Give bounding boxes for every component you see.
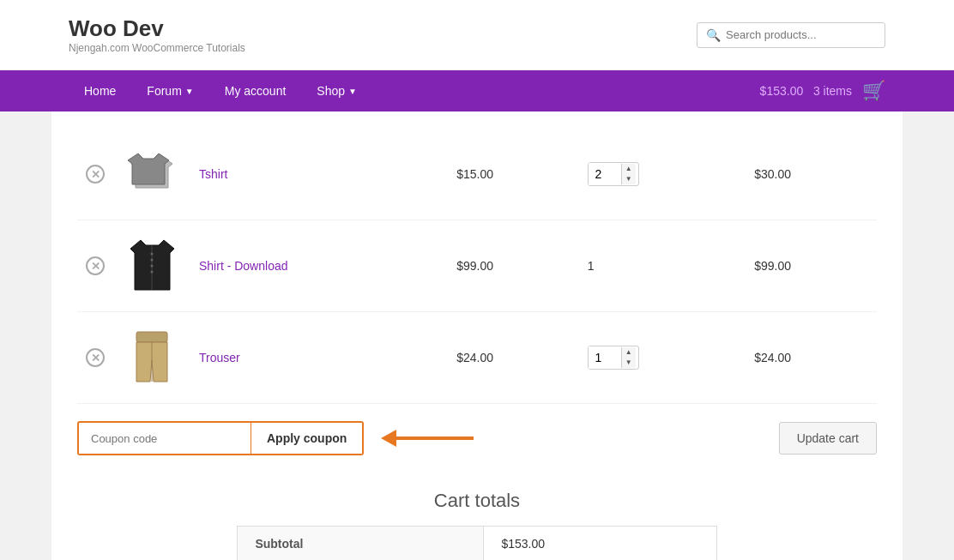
tshirt-qty-field[interactable] (589, 163, 621, 185)
close-icon: ✕ (86, 165, 105, 184)
main-content: ✕ (51, 111, 903, 560)
search-box[interactable]: 🔍 (697, 22, 885, 48)
tshirt-link[interactable]: Tshirt (199, 167, 227, 181)
nav-my-account[interactable]: My account (209, 70, 302, 111)
chevron-down-icon: ▼ (185, 87, 194, 96)
qty-up-arrow[interactable]: ▲ (622, 347, 636, 358)
shirt-download-link[interactable]: Shirt - Download (199, 259, 288, 273)
tshirt-thumbnail (122, 144, 182, 204)
update-cart-button[interactable]: Update cart (779, 422, 877, 455)
subtotal-label: Subtotal (238, 527, 484, 560)
remove-trouser-button[interactable]: ✕ (86, 348, 105, 367)
cart-totals-section: Cart totals Subtotal $153.00 (77, 473, 877, 560)
qty-stepper[interactable]: ▲ ▼ (621, 347, 636, 368)
table-row: ✕ (77, 129, 877, 220)
apply-coupon-button[interactable]: Apply coupon (251, 423, 362, 454)
search-input[interactable] (726, 28, 876, 41)
close-icon: ✕ (86, 256, 105, 275)
svg-point-7 (150, 270, 153, 273)
trouser-qty-field[interactable] (589, 346, 621, 369)
arrow-head-icon (381, 430, 396, 447)
subtotal-row: Subtotal $153.00 (238, 527, 716, 560)
svg-point-6 (150, 264, 153, 267)
qty-stepper[interactable]: ▲ ▼ (621, 164, 636, 184)
arrow-shape (381, 430, 474, 447)
qty-up-arrow[interactable]: ▲ (622, 164, 636, 174)
arrow-line (396, 437, 474, 440)
trouser-link[interactable]: Trouser (199, 351, 240, 364)
svg-point-5 (150, 258, 153, 261)
totals-table: Subtotal $153.00 (237, 526, 716, 560)
table-row: ✕ (77, 220, 877, 312)
tshirt-qty-input[interactable]: ▲ ▼ (588, 162, 639, 186)
trouser-total: $24.00 (746, 312, 877, 404)
svg-rect-8 (136, 332, 167, 342)
table-row: ✕ Trouser $24.00 (77, 312, 877, 404)
qty-down-arrow[interactable]: ▼ (622, 174, 636, 184)
trouser-thumbnail (122, 328, 182, 388)
tshirt-total: $30.00 (746, 129, 877, 220)
site-header: Woo Dev Njengah.com WooCommerce Tutorial… (0, 0, 954, 70)
nav-home[interactable]: Home (69, 70, 131, 111)
site-branding: Woo Dev Njengah.com WooCommerce Tutorial… (69, 15, 245, 54)
cart-total-nav: $153.00 3 items (760, 84, 852, 98)
subtotal-value: $153.00 (484, 527, 716, 560)
shirt-qty: 1 (588, 259, 595, 273)
close-icon: ✕ (86, 348, 105, 367)
coupon-section: Apply coupon (77, 421, 364, 455)
cart-totals-title: Cart totals (77, 490, 877, 512)
coupon-row: Apply coupon Update cart (77, 404, 877, 473)
shirt-price: $99.00 (448, 220, 579, 312)
trouser-image (135, 330, 169, 386)
svg-point-4 (150, 252, 153, 255)
svg-marker-1 (128, 154, 169, 184)
nav-links: Home Forum ▼ My account Shop ▼ (69, 70, 372, 111)
search-icon: 🔍 (706, 28, 721, 42)
shirt-thumbnail (122, 236, 182, 296)
cart-icon[interactable]: 🛒 (862, 80, 885, 102)
shirt-total: $99.00 (746, 220, 877, 312)
nav-forum[interactable]: Forum ▼ (131, 70, 208, 111)
site-subtitle: Njengah.com WooCommerce Tutorials (69, 42, 245, 54)
trouser-price: $24.00 (448, 312, 579, 404)
tshirt-image (126, 148, 178, 200)
arrow-indicator (381, 430, 474, 447)
tshirt-price: $15.00 (448, 129, 579, 220)
site-title: Woo Dev (69, 15, 245, 42)
nav-right: $153.00 3 items 🛒 (760, 80, 885, 102)
shirt-image (129, 238, 176, 294)
trouser-qty-input[interactable]: ▲ ▼ (588, 346, 639, 370)
qty-down-arrow[interactable]: ▼ (622, 358, 636, 368)
cart-table: ✕ (77, 129, 877, 404)
chevron-down-icon: ▼ (348, 87, 357, 96)
site-nav: Home Forum ▼ My account Shop ▼ $153.00 3… (0, 70, 954, 111)
remove-shirt-button[interactable]: ✕ (86, 256, 105, 275)
remove-tshirt-button[interactable]: ✕ (86, 165, 105, 184)
coupon-input[interactable] (79, 424, 251, 454)
nav-shop[interactable]: Shop ▼ (301, 70, 372, 111)
